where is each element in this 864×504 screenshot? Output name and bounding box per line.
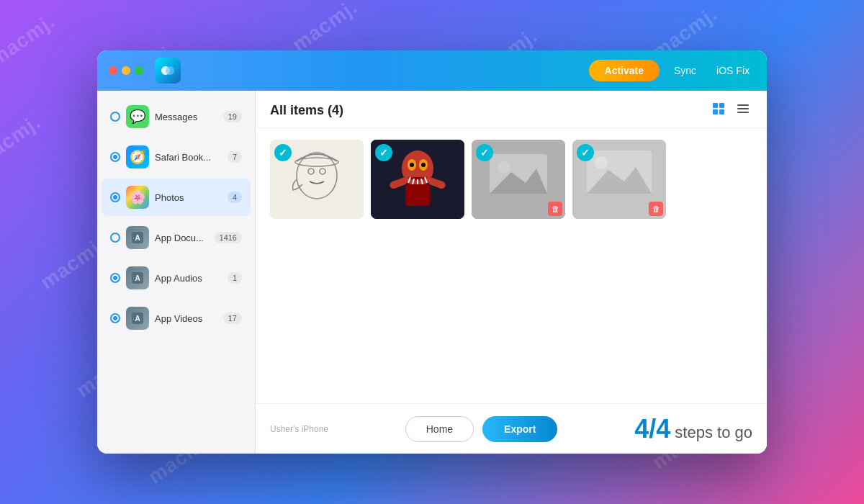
photo-check-1: ✓ xyxy=(274,144,292,161)
traffic-lights xyxy=(109,66,143,75)
appdoc-radio xyxy=(110,233,120,243)
grid-view-button[interactable] xyxy=(709,101,728,120)
photo-check-2: ✓ xyxy=(375,144,392,161)
photo-item-3[interactable]: ✓ 🗑 xyxy=(472,140,565,219)
svg-rect-9 xyxy=(719,103,724,108)
appvid-icon: A xyxy=(126,307,149,330)
photos-badge: 4 xyxy=(228,192,242,203)
photo-delete-4[interactable]: 🗑 xyxy=(649,202,663,216)
svg-rect-26 xyxy=(405,184,430,206)
appaud-icon: A xyxy=(126,266,149,289)
safari-badge: 7 xyxy=(228,151,242,163)
home-button[interactable]: Home xyxy=(405,416,474,442)
appaud-radio-icon xyxy=(110,273,120,283)
messages-radio xyxy=(110,112,120,122)
photo-check-3: ✓ xyxy=(476,144,493,161)
bottom-bar: Usher's iPhone Home Export 4/4 steps to … xyxy=(256,403,767,454)
safari-label: Safari Book... xyxy=(155,152,222,163)
photo-item-1[interactable]: ✓ xyxy=(270,140,364,219)
app-window: Activate Sync iOS Fix 💬 Messages 19 🧭 Sa… xyxy=(97,50,767,454)
svg-point-32 xyxy=(498,161,510,173)
close-button[interactable] xyxy=(109,66,117,75)
appvid-badge: 17 xyxy=(223,312,242,324)
svg-text:A: A xyxy=(135,274,140,282)
photo-item-4[interactable]: ✓ 🗑 xyxy=(572,140,666,219)
svg-rect-10 xyxy=(713,109,718,114)
list-view-button[interactable] xyxy=(734,101,752,120)
sidebar-item-appvid[interactable]: A App Videos 17 xyxy=(102,300,251,337)
steps-fraction: 4/4 xyxy=(634,414,670,444)
view-toggles xyxy=(709,101,752,120)
bottom-actions: Home Export xyxy=(405,416,558,442)
svg-point-1 xyxy=(166,66,174,75)
appaud-badge: 1 xyxy=(228,272,242,284)
page-title: All items (4) xyxy=(270,103,343,118)
safari-radio xyxy=(110,152,120,162)
svg-rect-8 xyxy=(713,103,718,108)
minimize-button[interactable] xyxy=(122,66,130,75)
messages-label: Messages xyxy=(155,112,217,122)
appdoc-label: App Docu... xyxy=(155,233,209,243)
sync-button[interactable]: Sync xyxy=(668,62,702,79)
photos-label: Photos xyxy=(155,192,222,203)
steps-suffix: steps to go xyxy=(675,423,752,441)
sidebar-item-photos[interactable]: 🌸 Photos 4 xyxy=(102,179,251,216)
svg-rect-14 xyxy=(737,112,749,113)
sidebar-item-appaud[interactable]: A App Audios 1 xyxy=(102,259,251,297)
export-button[interactable]: Export xyxy=(482,416,557,442)
photo-check-4: ✓ xyxy=(577,144,594,161)
photos-icon: 🌸 xyxy=(126,186,149,209)
appvid-label: App Videos xyxy=(155,313,217,324)
appaud-label: App Audios xyxy=(155,273,222,284)
sidebar-item-safari[interactable]: 🧭 Safari Book... 7 xyxy=(102,138,251,176)
sidebar: 💬 Messages 19 🧭 Safari Book... 7 🌸 Photo… xyxy=(97,91,256,454)
photos-radio xyxy=(110,192,120,202)
activate-button[interactable]: Activate xyxy=(589,60,660,81)
messages-badge: 19 xyxy=(223,111,242,122)
iosfix-button[interactable]: iOS Fix xyxy=(711,62,755,79)
appdoc-badge: 1416 xyxy=(215,232,242,243)
appvid-radio xyxy=(110,313,120,323)
messages-icon: 💬 xyxy=(126,105,149,128)
device-name: Usher's iPhone xyxy=(270,424,328,434)
svg-text:A: A xyxy=(135,315,140,323)
appdoc-icon: A xyxy=(126,226,149,249)
svg-rect-11 xyxy=(719,109,724,114)
sidebar-item-appdoc[interactable]: A App Docu... 1416 xyxy=(102,219,251,256)
photo-grid: ✓ xyxy=(256,128,767,403)
svg-point-25 xyxy=(421,163,426,167)
main-content: 💬 Messages 19 🧭 Safari Book... 7 🌸 Photo… xyxy=(97,91,767,454)
svg-text:A: A xyxy=(135,234,140,242)
svg-point-36 xyxy=(595,156,608,169)
photo-item-2[interactable]: ✓ xyxy=(371,140,464,219)
content-header: All items (4) xyxy=(256,91,767,128)
app-logo xyxy=(155,58,181,84)
svg-rect-13 xyxy=(737,108,749,109)
steps-indicator: 4/4 steps to go xyxy=(634,414,752,444)
svg-point-24 xyxy=(410,163,414,167)
title-bar-actions: Activate Sync iOS Fix xyxy=(589,60,755,81)
content-area: All items (4) xyxy=(256,91,767,454)
safari-icon: 🧭 xyxy=(126,145,149,168)
sidebar-item-messages[interactable]: 💬 Messages 19 xyxy=(102,98,251,135)
photo-delete-3[interactable]: 🗑 xyxy=(548,202,562,216)
maximize-button[interactable] xyxy=(135,66,143,75)
title-bar: Activate Sync iOS Fix xyxy=(97,50,767,91)
svg-rect-12 xyxy=(737,104,749,106)
